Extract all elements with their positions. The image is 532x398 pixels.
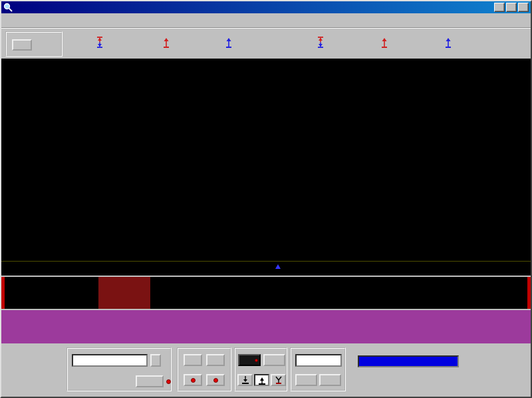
menu-file[interactable]: [1, 19, 12, 23]
delta-t-marker-icon: [275, 264, 281, 269]
channel-a-led: [191, 378, 196, 383]
probe-down-button[interactable]: [237, 374, 253, 386]
channel-a-button[interactable]: [184, 354, 202, 366]
cursors-group: [5, 31, 63, 57]
maximize-button[interactable]: [506, 3, 517, 12]
progress-fill: [359, 357, 458, 366]
probe-up-icon: [257, 375, 267, 385]
open-status-led: [166, 379, 171, 384]
filename-input[interactable]: [72, 354, 148, 367]
scope-canvas: [1, 59, 531, 261]
calc-button[interactable]: [263, 354, 285, 366]
close-button[interactable]: [518, 3, 529, 12]
channel-b-button[interactable]: [206, 354, 225, 366]
cursor-a-max-icon: [162, 37, 170, 48]
delta-t-readout-group: [275, 264, 283, 269]
probe-up-button[interactable]: [254, 374, 269, 386]
menu-bar: [1, 13, 531, 28]
minimize-button[interactable]: [494, 3, 505, 12]
title-bar[interactable]: [1, 1, 531, 13]
cursor-b-peak-to-peak-icon: [317, 37, 325, 48]
menu-help[interactable]: [23, 19, 33, 23]
cursor-b-min-icon: [444, 37, 452, 48]
window-controls: [494, 3, 529, 12]
overview-ab-canvas: [1, 277, 531, 309]
channel-a-enable-button[interactable]: [184, 374, 202, 386]
display-group: [177, 347, 231, 391]
progress-bar: [358, 355, 459, 367]
app-window: [0, 0, 532, 398]
probe-y-button[interactable]: [271, 374, 286, 386]
load-group: [66, 347, 172, 391]
probe-y-icon: [274, 375, 283, 385]
single-shot-button[interactable]: [238, 354, 261, 366]
channel-b-enable-button[interactable]: [206, 374, 225, 386]
channel-b-led: [213, 378, 218, 383]
scope-display[interactable]: [1, 59, 531, 261]
probe-down-icon: [241, 375, 250, 385]
menu-settings[interactable]: [12, 19, 23, 23]
cursor-a-peak-to-peak-icon: [96, 37, 104, 48]
zoom-out-button[interactable]: [295, 374, 317, 386]
zoom-group: [290, 347, 346, 391]
cursor-a-min-icon: [225, 37, 233, 48]
zoom-ratio-display: [295, 354, 342, 367]
cursor-readout-bar: [1, 28, 531, 59]
cursors-on-toggle[interactable]: [12, 39, 32, 51]
file-list-button[interactable]: [150, 354, 161, 367]
zoom-in-button[interactable]: [319, 374, 341, 386]
scope-readout-row: [1, 261, 531, 276]
overview-strip-ab[interactable]: [1, 277, 531, 309]
control-panel: [1, 343, 531, 397]
overview-strip-cd[interactable]: [1, 310, 531, 343]
dsp-smp-group: [234, 347, 287, 391]
cursor-b-max-icon: [380, 37, 388, 48]
progress-area: [350, 345, 469, 395]
open-button[interactable]: [136, 375, 164, 387]
single-shot-led: [255, 359, 258, 362]
app-magnifier-icon: [3, 3, 13, 12]
overview-cd-canvas: [1, 310, 531, 343]
